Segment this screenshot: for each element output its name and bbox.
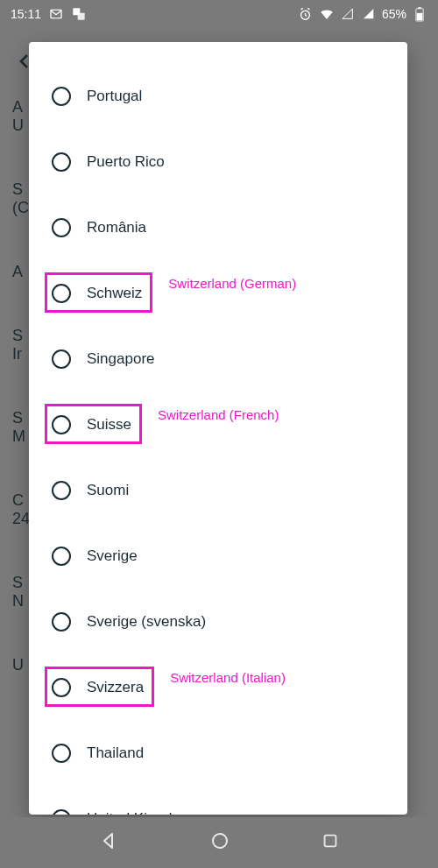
highlight-annotation: Switzerland (German) (168, 276, 296, 291)
country-option-label: Svizzera (87, 679, 144, 696)
radio-unchecked-icon[interactable] (52, 349, 71, 369)
country-option-label: Suomi (87, 482, 129, 499)
nav-recent-icon[interactable] (321, 831, 340, 854)
country-option-label: Thailand (87, 745, 144, 762)
country-option-label: Schweiz (87, 285, 142, 302)
options-list[interactable]: PortugalPuerto RicoRomâniaSchweizSwitzer… (29, 63, 407, 815)
country-option[interactable]: România (29, 194, 407, 260)
wifi-icon (319, 6, 335, 22)
radio-unchecked-icon[interactable] (52, 152, 71, 172)
country-option[interactable]: SuisseSwitzerland (French) (29, 392, 407, 457)
country-option[interactable]: Sverige (svenska) (29, 589, 407, 654)
nav-home-icon[interactable] (209, 830, 230, 855)
nav-back-icon[interactable] (98, 830, 119, 855)
status-left: 15:11 (11, 6, 87, 22)
signal-full-icon (361, 6, 377, 22)
radio-unchecked-icon[interactable] (52, 415, 71, 434)
country-option-label: România (87, 219, 146, 236)
status-time: 15:11 (11, 7, 41, 21)
country-option[interactable]: SchweizSwitzerland (German) (29, 260, 407, 326)
svg-point-7 (213, 834, 227, 848)
country-option[interactable]: Sverige (29, 523, 407, 589)
radio-unchecked-icon[interactable] (52, 678, 71, 697)
radio-unchecked-icon[interactable] (52, 809, 71, 815)
android-nav-bar (0, 817, 438, 868)
radio-unchecked-icon[interactable] (52, 284, 71, 303)
radio-unchecked-icon[interactable] (52, 547, 71, 566)
country-option-label: United Kingdom (87, 810, 193, 815)
country-option[interactable]: SvizzeraSwitzerland (Italian) (29, 654, 407, 720)
signal-empty-icon (340, 6, 356, 22)
country-option-label: Puerto Rico (87, 153, 165, 171)
highlight-annotation: Switzerland (Italian) (170, 670, 286, 685)
country-option[interactable]: United Kingdom (29, 786, 407, 815)
translate-icon (71, 6, 87, 22)
radio-unchecked-icon[interactable] (52, 612, 71, 632)
battery-percent: 65% (382, 7, 406, 21)
country-option[interactable]: Thailand (29, 720, 407, 786)
country-picker-dialog: PortugalPuerto RicoRomâniaSchweizSwitzer… (29, 42, 407, 815)
country-option[interactable]: Portugal (29, 63, 407, 129)
radio-unchecked-icon[interactable] (52, 87, 71, 106)
country-option-label: Suisse (87, 416, 131, 434)
status-bar: 15:11 65% (0, 0, 438, 28)
svg-rect-2 (78, 13, 85, 20)
status-right: 65% (298, 6, 427, 22)
gmail-icon (48, 6, 64, 22)
country-option-label: Singapore (87, 350, 155, 368)
battery-icon (412, 6, 427, 22)
country-option-label: Portugal (87, 88, 142, 105)
country-option[interactable]: Suomi (29, 457, 407, 523)
country-option[interactable]: Singapore (29, 326, 407, 392)
highlight-annotation: Switzerland (French) (158, 407, 279, 422)
svg-rect-6 (417, 12, 423, 19)
radio-unchecked-icon[interactable] (52, 481, 71, 500)
alarm-icon (298, 6, 314, 22)
country-option[interactable]: Puerto Rico (29, 129, 407, 194)
radio-unchecked-icon[interactable] (52, 218, 71, 237)
svg-rect-5 (418, 7, 420, 9)
country-option-label: Sverige (87, 547, 138, 565)
country-option-label: Sverige (svenska) (87, 613, 206, 631)
svg-rect-8 (325, 836, 336, 847)
radio-unchecked-icon[interactable] (52, 744, 71, 763)
